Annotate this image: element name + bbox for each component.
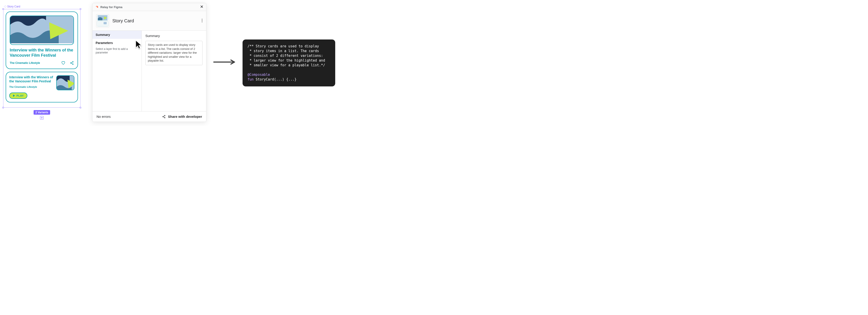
- arrow-connector: [213, 59, 236, 66]
- share-icon[interactable]: [70, 61, 74, 65]
- story-source-small: The Cinematic Lifestyle: [9, 85, 53, 88]
- parameters-help-text: Select a layer first to add a parameter: [92, 47, 142, 57]
- svg-point-12: [202, 22, 202, 22]
- story-title-small: Interview with the Winners of the Vancou…: [9, 75, 53, 83]
- code-comment-line-0: /** Story cards are used to display: [248, 44, 319, 48]
- component-label-text: Story Card: [7, 5, 20, 8]
- svg-rect-9: [103, 22, 107, 24]
- resize-handle-tl[interactable]: [2, 8, 4, 10]
- hero-image: [10, 15, 74, 45]
- code-annotation: @Composable: [248, 73, 270, 77]
- errors-status: No errors: [96, 115, 111, 118]
- vertical-dots-icon: [202, 19, 203, 22]
- component-label: Story Card: [4, 5, 81, 8]
- sidebar-item-parameters[interactable]: Parameters: [92, 39, 142, 47]
- share-with-developer-button[interactable]: Share with developer: [162, 115, 202, 118]
- summary-textarea[interactable]: [145, 41, 203, 65]
- panel-header: Story Card: [92, 11, 206, 31]
- relay-logo-icon: [95, 5, 98, 9]
- svg-line-5: [71, 63, 72, 64]
- story-source: The Cinematic Lifestyle: [10, 61, 40, 65]
- panel-main: Summary: [142, 31, 206, 111]
- story-card-small: Interview with the Winners of the Vancou…: [6, 72, 78, 102]
- panel-titlebar: Relay for Figma: [92, 3, 206, 11]
- svg-line-16: [163, 116, 164, 116]
- section-heading: Summary: [145, 34, 203, 38]
- hero-illustration: [10, 16, 73, 43]
- share-icon: [162, 115, 166, 118]
- figma-frame: Story Card Interview with the Winners of…: [3, 5, 81, 108]
- share-label: Share with developer: [168, 115, 202, 118]
- code-comment-line-1: * story items in a list. The cards: [248, 49, 319, 53]
- code-fun-keyword: fun: [248, 77, 254, 81]
- play-button[interactable]: PLAY: [9, 93, 27, 99]
- close-button[interactable]: [200, 5, 204, 9]
- more-menu-button[interactable]: [202, 19, 203, 23]
- arrow-icon: [213, 59, 236, 65]
- component-name: Story Card: [112, 18, 134, 24]
- resize-handle-bl[interactable]: [2, 107, 4, 108]
- play-label: PLAY: [17, 94, 24, 97]
- code-comment-line-2: * consist of 2 different variations:: [248, 54, 323, 58]
- plugin-name: Relay for Figma: [100, 5, 123, 9]
- code-block: /** Story cards are used to display * st…: [243, 39, 335, 86]
- component-thumbnail: [96, 14, 109, 27]
- svg-line-4: [71, 62, 72, 63]
- resize-handle-br[interactable]: [80, 107, 81, 108]
- plus-icon: [41, 117, 43, 119]
- sidebar-item-summary[interactable]: Summary: [92, 31, 142, 39]
- component-icon: [4, 5, 6, 8]
- thumb-illustration: [57, 76, 74, 90]
- code-fun-signature: StoryCard(...) {...}: [254, 77, 297, 81]
- code-comment-line-4: * smaller view for a playable list.*/: [248, 63, 325, 67]
- panel-footer: No errors Share with developer: [92, 111, 206, 121]
- add-variant-button[interactable]: [40, 116, 43, 119]
- play-icon: [13, 95, 15, 97]
- svg-line-17: [163, 117, 164, 117]
- heart-icon[interactable]: [61, 61, 65, 65]
- thumb-image: [56, 75, 74, 90]
- story-title: Interview with the Winners of the Vancou…: [10, 47, 74, 58]
- code-comment-line-3: * larger view for the highlighted and: [248, 59, 325, 63]
- selection-box[interactable]: Interview with the Winners of the Vancou…: [3, 9, 81, 108]
- resize-handle-tr[interactable]: [80, 8, 81, 10]
- relay-panel: Relay for Figma Story Card Summary Param…: [92, 3, 206, 122]
- sidebar: Summary Parameters Select a layer first …: [92, 31, 142, 111]
- svg-point-10: [202, 19, 202, 20]
- svg-point-11: [202, 20, 202, 21]
- close-icon: [200, 5, 204, 8]
- variants-badge: 2 Variants: [34, 110, 50, 115]
- story-card-large: Interview with the Winners of the Vancou…: [6, 11, 78, 69]
